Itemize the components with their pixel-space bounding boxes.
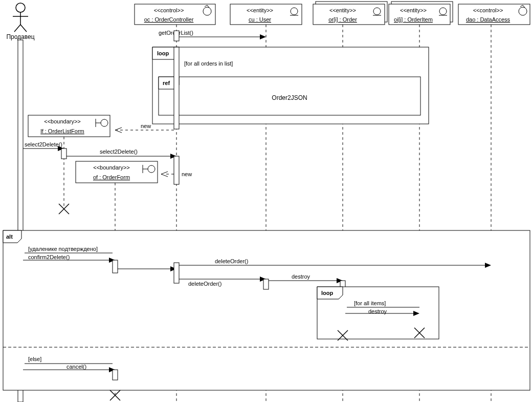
participant-lf: <<boundary>> lf : OrderListForm <box>28 115 110 137</box>
sequence-diagram: Продавец <<control>> oc : OrderControlle… <box>0 0 532 402</box>
participant-dao: <<control>> dao : DataAccess <box>458 4 530 25</box>
svg-text:[for all orders in list]: [for all orders in list] <box>184 60 233 67</box>
svg-text:of : OrderForm: of : OrderForm <box>93 174 130 180</box>
svg-point-0 <box>16 3 25 12</box>
message-select2Delete-lf: select2Delete() <box>66 149 176 159</box>
svg-text:<<entity>>: <<entity>> <box>400 7 427 13</box>
participant-oi: <<entity>> oi[j] : OrderItem <box>389 2 453 25</box>
svg-text:oi[j] : OrderItem: oi[j] : OrderItem <box>394 16 433 23</box>
svg-text:<<boundary>>: <<boundary>> <box>44 118 81 124</box>
svg-text:select2Delete(): select2Delete() <box>25 141 62 147</box>
svg-line-3 <box>14 25 20 32</box>
svg-line-4 <box>20 25 27 32</box>
participant-or: <<entity>> or[i] : Order <box>313 2 387 25</box>
participant-of: <<boundary>> of : OrderForm <box>76 161 158 183</box>
svg-text:loop: loop <box>321 290 333 296</box>
message-select2Delete-actor: select2Delete() <box>23 141 64 151</box>
svg-text:cu : User: cu : User <box>249 16 271 23</box>
svg-text:new: new <box>182 171 192 177</box>
fragment-ref: ref Order2JSON <box>159 77 420 115</box>
svg-text:<<control>>: <<control>> <box>473 7 503 13</box>
svg-text:alt: alt <box>6 234 13 240</box>
actor-label: Продавец <box>6 33 34 40</box>
svg-text:oc : OrderController: oc : OrderController <box>144 16 194 23</box>
svg-text:<<entity>>: <<entity>> <box>329 7 356 13</box>
activation-oc-3 <box>174 263 179 283</box>
activation-lf-1 <box>61 149 66 159</box>
svg-text:select2Delete(): select2Delete() <box>100 149 138 155</box>
destroy-of <box>110 390 120 400</box>
svg-text:new: new <box>141 123 151 129</box>
participant-cu: <<entity>> cu : User <box>230 4 302 25</box>
svg-text:lf : OrderListForm: lf : OrderListForm <box>40 128 84 134</box>
svg-text:<<control>>: <<control>> <box>154 7 184 13</box>
svg-text:loop: loop <box>157 50 169 56</box>
svg-text:Order2JSON: Order2JSON <box>272 94 307 101</box>
svg-text:destroy: destroy <box>292 273 311 280</box>
svg-text:or[i] : Order: or[i] : Order <box>328 16 357 23</box>
svg-text:cancel(): cancel() <box>66 364 86 370</box>
svg-marker-31 <box>260 34 266 39</box>
svg-text:dao : DataAccess: dao : DataAccess <box>466 16 511 23</box>
participant-oc: <<control>> oc : OrderController <box>135 4 215 25</box>
activation-of-1 <box>113 260 118 273</box>
svg-text:deleteOrder(): deleteOrder() <box>215 258 248 264</box>
activation-cu-1 <box>263 279 269 289</box>
svg-text:<<entity>>: <<entity>> <box>247 7 273 13</box>
actor-seller: Продавец <box>6 3 34 40</box>
svg-text:deleteOrder(): deleteOrder() <box>188 281 221 287</box>
activation-oc-1 <box>174 31 179 41</box>
svg-text:[else]: [else] <box>28 356 41 362</box>
svg-text:confirm2Delete(): confirm2Delete() <box>28 254 70 260</box>
svg-text:[удаленике подтверждено]: [удаленике подтверждено] <box>28 246 98 252</box>
svg-text:destroy: destroy <box>368 308 387 314</box>
activation-oc-loop <box>174 47 179 129</box>
svg-text:<<boundary>>: <<boundary>> <box>93 164 130 171</box>
svg-text:ref: ref <box>163 80 170 86</box>
activation-of-2 <box>113 370 118 380</box>
svg-text:[for all items]: [for all items] <box>354 300 386 306</box>
activation-oc-2 <box>174 156 179 184</box>
message-new-lf: new <box>115 123 174 133</box>
